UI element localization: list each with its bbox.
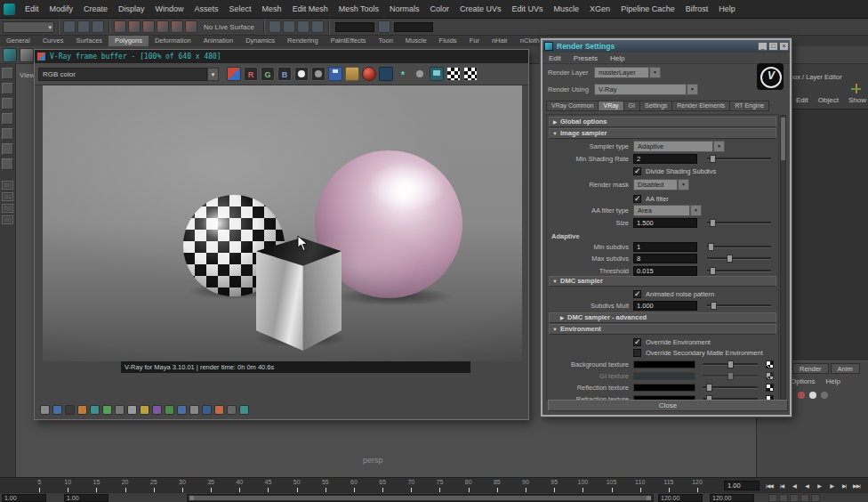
shelf-tab[interactable]: Dynamics [239,36,281,46]
render-settings-title-bar[interactable]: Render Settings [542,40,790,53]
clear-image-icon[interactable] [362,67,376,81]
shelf-tab[interactable]: Rendering [281,36,325,46]
section-environment[interactable]: Environment [549,324,776,335]
auto-keyframe-icon[interactable] [779,494,788,502]
reflection-texture-swatch[interactable] [633,384,695,392]
shelf-tab[interactable]: Curves [36,36,70,46]
gi-texture-swatch[interactable] [633,372,695,380]
shelf-tab[interactable]: Muscle [399,36,433,46]
time-tick[interactable]: 70 [397,478,425,493]
absolute-transform-field[interactable] [335,22,374,32]
time-tick[interactable]: 105 [597,478,625,493]
paint-select-tool-icon[interactable] [2,98,13,109]
color-corrections-icon[interactable] [227,67,241,81]
vfb-footer-icon[interactable] [189,405,199,415]
slider-thumb[interactable] [706,384,712,392]
playback-rate-field[interactable]: 1.00 [724,481,760,490]
vfb-footer-icon[interactable] [40,405,50,415]
time-tick[interactable]: 115 [655,478,683,493]
menubar-item[interactable]: Create UVs [454,0,507,19]
render-settings-tab[interactable]: RT Engine [730,101,769,111]
character-set-icon[interactable] [768,494,777,502]
swap-ab-icon[interactable] [463,67,478,81]
slider-thumb[interactable] [727,360,734,368]
lasso-tool-icon[interactable] [2,83,13,94]
save-image-icon[interactable] [328,67,342,81]
gi-texture-slider[interactable] [703,375,758,377]
texture-map-button[interactable] [766,372,774,380]
slider-thumb[interactable] [727,255,733,263]
time-tick[interactable]: 110 [626,478,655,493]
compare-horizontal-icon[interactable] [430,67,444,81]
aa-filter-size-slider[interactable] [707,222,771,224]
render-mask-dropdown[interactable]: Disabled [633,179,678,190]
playback-button[interactable]: |▶ [825,480,838,492]
divider[interactable] [108,20,109,34]
selection-mask-dropdown[interactable] [3,21,54,33]
vfb-footer-icon[interactable] [152,405,162,415]
threshold-field[interactable]: 0.015 [633,266,697,276]
settings-icon[interactable] [800,494,809,502]
min-subdivs-slider[interactable] [707,246,771,248]
time-tick[interactable]: 50 [283,478,311,493]
vfb-footer-icon[interactable] [177,405,187,415]
menubar-item[interactable]: Help [713,0,741,19]
save-scene-icon[interactable] [92,20,104,33]
vfb-footer-icon[interactable] [227,405,237,415]
last-tool-icon[interactable] [2,158,13,170]
construction-history-icon[interactable] [269,20,281,33]
section-dmc-advanced[interactable]: DMC sampler - advanced [549,312,776,323]
playback-button[interactable]: |◀◀ [763,480,776,492]
render-current-frame-icon[interactable] [283,20,295,33]
override-environment-checkbox[interactable] [633,338,641,346]
layout-single-pane-button[interactable] [2,181,13,190]
ipr-render-icon[interactable] [297,20,309,33]
shelf-sphere-icon[interactable] [3,48,17,62]
snap-curve-icon[interactable] [128,20,141,33]
divider[interactable] [263,20,264,34]
layout-persp-outliner-button[interactable] [2,204,13,213]
layer-editor-menu-item[interactable]: Options [791,377,816,385]
vfb-footer-icon[interactable] [115,405,125,415]
layer-editor-tab[interactable]: Render [792,363,829,374]
layer-mode-icon[interactable] [821,392,828,399]
shelf-tab[interactable]: General [0,36,36,46]
time-tick[interactable]: 80 [454,478,483,493]
time-slider[interactable]: 5101520253035404550556065707580859095100… [0,477,868,492]
snap-grid-icon[interactable] [114,20,126,33]
viewport-menu-item[interactable]: View [20,71,35,79]
animated-noise-checkbox[interactable] [633,290,641,298]
playback-button[interactable]: ◀| [788,480,800,492]
layer-editor-tab[interactable]: Anim [831,363,860,374]
slider-thumb[interactable] [710,219,716,227]
chevron-down-icon[interactable] [690,205,702,216]
layer-visibility-icon[interactable] [809,392,816,399]
shelf-tab[interactable]: Surfaces [69,36,108,46]
menubar-item[interactable]: Normals [384,0,425,19]
chevron-down-icon[interactable] [713,141,725,152]
vfb-footer-icon[interactable] [165,405,174,415]
blue-channel-button[interactable]: B [277,67,292,81]
vfb-footer-icon[interactable] [214,405,224,415]
override-matte-checkbox[interactable] [633,349,641,357]
time-tick[interactable]: 60 [340,478,368,493]
channel-select-dropdown[interactable]: RGB color [38,68,207,81]
time-tick[interactable]: 45 [253,478,282,493]
channel-box-menu-item[interactable]: Object [818,96,839,104]
min-shading-rate-field[interactable]: 2 [633,154,697,164]
make-live-icon[interactable] [185,20,197,33]
shelf-tab[interactable]: Polygons [108,36,149,46]
ab-compare-icon[interactable] [446,67,461,81]
slider-thumb[interactable] [708,243,714,251]
background-texture-swatch[interactable] [633,360,695,368]
texture-map-button[interactable] [766,384,774,392]
time-tick[interactable]: 120 [683,478,711,493]
shelf-tab[interactable]: Fur [463,36,486,46]
render-settings-menu-item[interactable]: Edit [542,53,567,63]
time-tick[interactable]: 95 [540,478,568,493]
playback-button[interactable]: |◀ [776,480,788,492]
input-mode-icon[interactable] [378,20,390,33]
vfb-footer-icon[interactable] [77,405,87,415]
menubar-item[interactable]: Mesh Tools [334,0,384,19]
shelf-cube-icon[interactable] [20,48,34,62]
